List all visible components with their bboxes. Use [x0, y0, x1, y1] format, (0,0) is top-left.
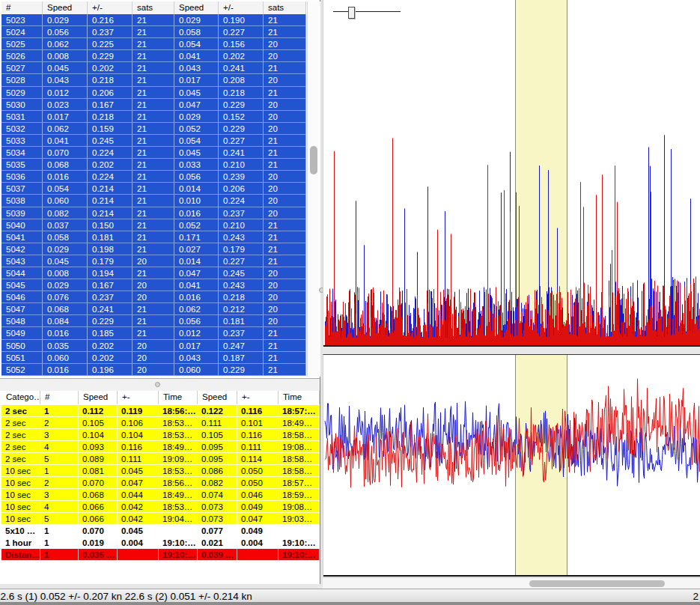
- table-row[interactable]: 10 sec20.0700.04718:56…0.0820.05018:57…: [1, 477, 320, 489]
- table-row[interactable]: 50230.0290.216210.0290.19021: [1, 14, 306, 26]
- table-cell: 20: [264, 99, 306, 111]
- table-row[interactable]: 10 sec50.0660.04219:04…0.0730.04719:03…: [1, 513, 320, 525]
- table-row[interactable]: 50350.0680.202210.0330.21021: [1, 159, 306, 171]
- table-row[interactable]: 50260.0080.229210.0410.20220: [1, 50, 306, 62]
- upper-chart-canvas[interactable]: [323, 0, 700, 347]
- scrollbar-thumb[interactable]: [310, 146, 317, 174]
- table-cell: 0.068: [43, 303, 88, 315]
- slider-track[interactable]: [333, 11, 401, 12]
- column-header[interactable]: +/-: [219, 1, 264, 14]
- table-cell: 0.198: [88, 243, 133, 255]
- table-row[interactable]: 50410.0580.181210.1710.24321: [1, 231, 306, 243]
- table-row[interactable]: 50500.0350.202200.0170.24721: [1, 340, 306, 352]
- table-cell: Distan…: [1, 549, 40, 561]
- table-row[interactable]: 50480.0840.229210.0560.18120: [1, 315, 306, 327]
- table-cell: 10 sec: [1, 513, 40, 525]
- table-row[interactable]: 2 sec50.0890.11119:09…0.0950.11418:58…: [1, 453, 320, 465]
- table-row[interactable]: 2 sec30.1040.10418:53…0.1050.11618:58…: [1, 429, 320, 441]
- table-cell: 0.062: [43, 123, 88, 135]
- table-row[interactable]: 50310.0170.218210.0290.15220: [1, 111, 306, 123]
- table-row[interactable]: 10 sec40.0660.04218:53…0.0730.04919:08…: [1, 501, 320, 513]
- point-table-scrollbar[interactable]: [307, 1, 320, 377]
- table-cell: 20: [264, 171, 306, 183]
- column-header[interactable]: +/-: [88, 1, 133, 14]
- column-header[interactable]: Time: [279, 391, 320, 404]
- table-cell: 0.216: [88, 14, 133, 26]
- table-row[interactable]: 50270.0450.202210.0430.24121: [1, 62, 306, 74]
- table-row[interactable]: 1 hour10.0190.00419:10:…0.0210.00419:10:…: [1, 537, 320, 549]
- table-row[interactable]: 50430.0450.179200.0140.22721: [1, 255, 306, 267]
- table-cell: 5043: [1, 255, 43, 267]
- table-row[interactable]: 10 sec30.0680.04418:49…0.0740.04618:59…: [1, 489, 320, 501]
- table-row[interactable]: 50370.0540.214210.0140.20620: [1, 183, 306, 195]
- table-cell: 0.016: [43, 364, 88, 376]
- table-cell: 0.043: [174, 62, 219, 74]
- table-cell: 0.086: [198, 465, 237, 477]
- column-header[interactable]: #: [1, 1, 43, 14]
- column-header[interactable]: #: [40, 391, 79, 404]
- slider-handle[interactable]: [348, 7, 355, 19]
- table-cell: 5025: [1, 38, 43, 50]
- column-header[interactable]: +-: [237, 391, 279, 404]
- column-header[interactable]: Catego…: [1, 391, 40, 404]
- chart-scrollbar[interactable]: [323, 577, 700, 589]
- table-cell: 0.049: [237, 525, 279, 537]
- table-splitter[interactable]: [0, 378, 320, 391]
- table-cell: 1: [40, 525, 79, 537]
- column-header[interactable]: Speed: [43, 1, 88, 14]
- column-header[interactable]: sats: [133, 1, 174, 14]
- table-row[interactable]: 50510.0600.202200.0430.18721: [1, 352, 306, 364]
- column-header[interactable]: Speed: [174, 1, 219, 14]
- scrollbar-thumb[interactable]: [529, 580, 665, 587]
- table-row[interactable]: 50250.0620.225210.0540.15620: [1, 38, 306, 50]
- table-cell: 5050: [1, 340, 43, 352]
- error-chart[interactable]: [323, 0, 700, 347]
- column-header[interactable]: Speed: [198, 391, 237, 404]
- table-row[interactable]: 2 sec20.1050.10618:53…0.1110.10118:49…: [1, 417, 320, 429]
- table-row[interactable]: 2 sec40.0930.11618:49…0.0950.11119:08…: [1, 441, 320, 453]
- zoom-slider[interactable]: [333, 4, 402, 21]
- table-row[interactable]: 50390.0820.214210.0160.23720: [1, 207, 306, 219]
- table-row[interactable]: 50330.0410.245210.0540.22721: [1, 135, 306, 147]
- table-row[interactable]: 50320.0620.159210.0520.22920: [1, 123, 306, 135]
- table-cell: 0.029: [174, 111, 219, 123]
- column-header[interactable]: Time: [159, 391, 198, 404]
- lower-chart-canvas[interactable]: [323, 355, 700, 576]
- table-row[interactable]: 50240.0560.237210.0580.22721: [1, 26, 306, 38]
- table-row[interactable]: 2 sec10.1120.11918:56:…0.1220.11618:57:…: [1, 405, 320, 417]
- table-row[interactable]: 50400.0370.150210.0520.21021: [1, 219, 306, 231]
- table-cell: 21: [133, 267, 174, 279]
- table-row[interactable]: 50450.0290.167200.0410.24320: [1, 279, 306, 291]
- column-header[interactable]: +-: [118, 391, 159, 404]
- chart-divider[interactable]: [323, 347, 700, 354]
- table-cell: 5028: [1, 74, 43, 86]
- table-cell: 0.214: [88, 207, 133, 219]
- table-row[interactable]: 50470.0680.241210.0620.21220: [1, 303, 306, 315]
- column-header[interactable]: Speed: [79, 391, 118, 404]
- table-cell: 0.060: [43, 352, 88, 364]
- table-row[interactable]: 50360.0160.224210.0560.23920: [1, 171, 306, 183]
- speed-chart[interactable]: [323, 354, 700, 577]
- column-header[interactable]: sats: [264, 1, 306, 14]
- table-cell: 0.229: [219, 99, 264, 111]
- table-row[interactable]: 50460.0760.237200.0160.21820: [1, 291, 306, 303]
- table-cell: 21: [133, 26, 174, 38]
- table-row[interactable]: 5x10 …10.0700.0450.0770.049: [1, 525, 320, 537]
- table-row[interactable]: 50380.0600.214210.0100.22420: [1, 195, 306, 207]
- table-row[interactable]: 50420.0290.198210.0270.17921: [1, 243, 306, 255]
- table-cell: 0.101: [237, 417, 279, 429]
- table-row[interactable]: 50340.0700.224210.0450.24121: [1, 147, 306, 159]
- table-cell: 0.068: [79, 489, 118, 501]
- table-row[interactable]: 50300.0230.167210.0470.22920: [1, 99, 306, 111]
- table-row[interactable]: 50490.0160.185210.0120.23721: [1, 327, 306, 339]
- table-row[interactable]: Distan…10.035 …19:10:…0.039 …19:10:…: [1, 549, 320, 561]
- table-cell: 21: [133, 111, 174, 123]
- table-cell: 1: [40, 465, 79, 477]
- table-cell: 2 sec: [1, 453, 40, 465]
- table-cell: 0.082: [198, 477, 237, 489]
- table-row[interactable]: 10 sec10.0810.04518:53…0.0860.05018:58…: [1, 465, 320, 477]
- table-row[interactable]: 50290.0120.206210.0450.21821: [1, 87, 306, 99]
- table-row[interactable]: 50440.0080.194210.0470.24520: [1, 267, 306, 279]
- table-row[interactable]: 50520.0160.196200.0600.22921: [1, 364, 306, 376]
- table-row[interactable]: 50280.0430.218210.0170.20820: [1, 74, 306, 86]
